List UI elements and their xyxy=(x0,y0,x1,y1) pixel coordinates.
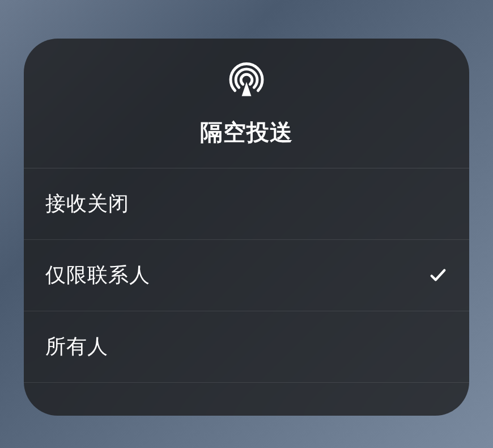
checkmark-icon xyxy=(428,265,448,285)
option-label: 仅限联系人 xyxy=(45,261,150,289)
panel-header: 隔空投送 xyxy=(24,39,469,168)
option-contacts-only[interactable]: 仅限联系人 xyxy=(24,240,469,311)
option-label: 所有人 xyxy=(45,333,108,361)
option-everyone[interactable]: 所有人 xyxy=(24,311,469,383)
option-receiving-off[interactable]: 接收关闭 xyxy=(24,168,469,240)
airdrop-settings-panel: 隔空投送 接收关闭 仅限联系人 所有人 xyxy=(24,39,469,416)
option-label: 接收关闭 xyxy=(45,190,129,218)
airdrop-icon xyxy=(227,61,266,101)
panel-title: 隔空投送 xyxy=(200,117,293,148)
